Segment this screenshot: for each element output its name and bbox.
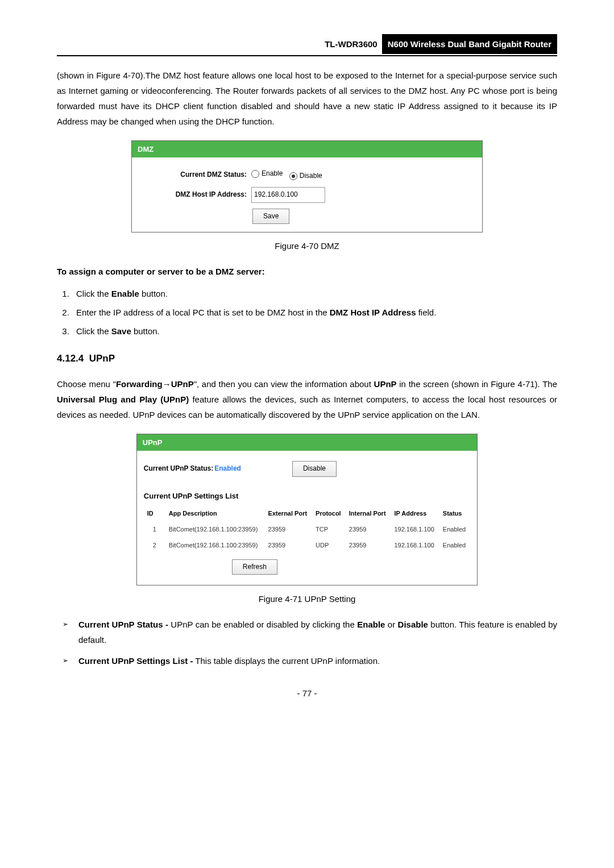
assign-heading: To assign a computer or server to be a D… <box>57 264 557 279</box>
model-label: TL-WDR3600 <box>325 36 382 52</box>
figure-4-70-caption: Figure 4-70 DMZ <box>57 238 557 254</box>
step-1: Click the Enable button. <box>72 286 557 301</box>
page-header: TL-WDR3600 N600 Wireless Dual Band Gigab… <box>57 34 557 56</box>
upnp-panel: UPnP Current UPnP Status: Enabled Disabl… <box>136 434 478 585</box>
bullet-item: Current UPnP Status - UPnP can be enable… <box>70 617 557 647</box>
bullet-item: Current UPnP Settings List - This table … <box>70 653 557 668</box>
radio-icon <box>251 170 259 178</box>
enable-radio-label: Enable <box>262 168 283 180</box>
col-status: Status <box>439 506 470 522</box>
upnp-list-title: Current UPnP Settings List <box>144 489 470 502</box>
col-proto: Protocol <box>312 506 346 522</box>
page-number: - 77 - <box>57 686 557 701</box>
col-app: App Description <box>165 506 265 522</box>
col-ext: External Port <box>265 506 312 522</box>
upnp-panel-title: UPnP <box>137 434 477 451</box>
save-button[interactable]: Save <box>252 209 289 225</box>
col-ip: IP Address <box>391 506 439 522</box>
steps-list: Click the Enable button. Enter the IP ad… <box>57 286 557 339</box>
step-3: Click the Save button. <box>72 323 557 339</box>
upnp-table: ID App Description External Port Protoco… <box>144 506 470 553</box>
dmz-panel-title: DMZ <box>132 141 482 157</box>
step-2: Enter the IP address of a local PC that … <box>72 305 557 320</box>
dmz-enable-radio[interactable]: Enable <box>251 168 283 180</box>
dmz-status-label: Current DMZ Status: <box>139 169 251 181</box>
section-heading: 4.12.4 UPnP <box>57 350 557 368</box>
dmz-host-label: DMZ Host IP Address: <box>139 189 251 201</box>
disable-button[interactable]: Disable <box>292 461 337 477</box>
upnp-paragraph: Choose menu "Forwarding→UPnP", and then … <box>57 376 557 422</box>
radio-icon <box>289 172 297 180</box>
dmz-host-input[interactable]: 192.168.0.100 <box>251 187 325 203</box>
product-name: N600 Wireless Dual Band Gigabit Router <box>382 34 557 54</box>
table-header-row: ID App Description External Port Protoco… <box>144 506 470 522</box>
col-int: Internal Port <box>346 506 391 522</box>
disable-radio-label: Disable <box>300 170 322 182</box>
bullet-list: Current UPnP Status - UPnP can be enable… <box>57 617 557 668</box>
col-id: ID <box>144 506 165 522</box>
upnp-status-value: Enabled <box>214 463 241 475</box>
upnp-status-row: Current UPnP Status: Enabled Disable <box>144 461 470 477</box>
dmz-panel: DMZ Current DMZ Status: Enable Disable D… <box>131 140 483 232</box>
refresh-button[interactable]: Refresh <box>232 559 277 575</box>
table-row: 2 BitComet(192.168.1.100:23959) 23959 UD… <box>144 538 470 554</box>
table-row: 1 BitComet(192.168.1.100:23959) 23959 TC… <box>144 522 470 538</box>
upnp-status-label: Current UPnP Status: <box>144 463 213 475</box>
dmz-disable-radio[interactable]: Disable <box>289 170 322 182</box>
figure-4-71-caption: Figure 4-71 UPnP Setting <box>57 591 557 607</box>
intro-paragraph: (shown in Figure 4-70).The DMZ host feat… <box>57 68 557 129</box>
